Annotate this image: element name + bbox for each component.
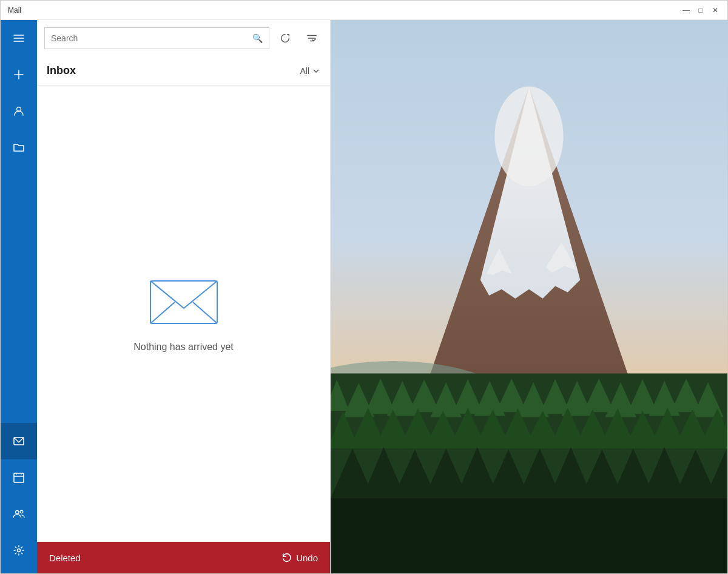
right-panel (331, 20, 727, 573)
svg-point-11 (16, 511, 19, 514)
calendar-icon (13, 471, 25, 484)
person-icon (13, 105, 25, 117)
close-button[interactable]: ✕ (710, 5, 720, 15)
sidebar-item-calendar[interactable] (1, 459, 37, 496)
sidebar-item-people[interactable] (1, 496, 37, 532)
inbox-header: Inbox All (37, 56, 330, 86)
window-controls: — □ ✕ (681, 5, 720, 15)
sidebar-top (1, 20, 37, 423)
folder-icon (13, 141, 25, 154)
inbox-filter-dropdown[interactable]: All (300, 66, 320, 76)
empty-message: Nothing has arrived yet (133, 342, 234, 353)
chevron-down-icon (312, 67, 320, 75)
svg-rect-76 (331, 498, 727, 573)
menu-icon (13, 32, 25, 44)
filter-button[interactable] (301, 27, 323, 49)
app-body: 🔍 (1, 20, 727, 573)
people-icon (13, 508, 25, 520)
search-icon[interactable]: 🔍 (252, 33, 263, 43)
sidebar-item-mail[interactable] (1, 423, 37, 459)
undo-label: Undo (296, 553, 318, 563)
add-icon (13, 69, 25, 81)
search-box[interactable]: 🔍 (44, 27, 269, 49)
filter-icon (306, 33, 317, 44)
minimize-button[interactable]: — (681, 5, 691, 15)
empty-envelope-icon (147, 275, 220, 329)
maximize-button[interactable]: □ (696, 5, 706, 15)
sidebar-item-folders[interactable] (1, 129, 37, 166)
title-bar: Mail — □ ✕ (1, 1, 727, 20)
svg-rect-7 (14, 473, 24, 482)
mail-icon (13, 435, 25, 447)
undo-icon (281, 552, 292, 563)
deleted-label: Deleted (49, 553, 81, 563)
sidebar-item-settings[interactable] (1, 532, 37, 569)
svg-point-13 (18, 549, 21, 552)
svg-point-12 (20, 510, 23, 513)
refresh-icon (280, 33, 291, 44)
inbox-content: Nothing has arrived yet (37, 86, 330, 542)
sidebar (1, 20, 37, 573)
filter-label: All (300, 66, 309, 76)
sidebar-item-account[interactable] (1, 93, 37, 129)
settings-icon (13, 544, 25, 556)
inbox-title: Inbox (47, 64, 76, 77)
svg-line-18 (150, 302, 175, 323)
svg-rect-17 (150, 281, 217, 323)
inbox-toolbar: 🔍 (37, 20, 330, 56)
app-title: Mail (8, 6, 21, 15)
sidebar-item-new-mail[interactable] (1, 56, 37, 93)
undo-button[interactable]: Undo (281, 552, 318, 563)
svg-point-23 (494, 86, 563, 186)
refresh-button[interactable] (274, 27, 296, 49)
sidebar-bottom (1, 423, 37, 573)
search-input[interactable] (51, 33, 252, 43)
deleted-bar: Deleted Undo (37, 542, 330, 573)
svg-line-19 (193, 302, 217, 323)
mountain-background (331, 20, 727, 573)
sidebar-item-menu[interactable] (1, 20, 37, 56)
inbox-panel: 🔍 (37, 20, 331, 573)
mail-window: Mail — □ ✕ (0, 0, 728, 574)
